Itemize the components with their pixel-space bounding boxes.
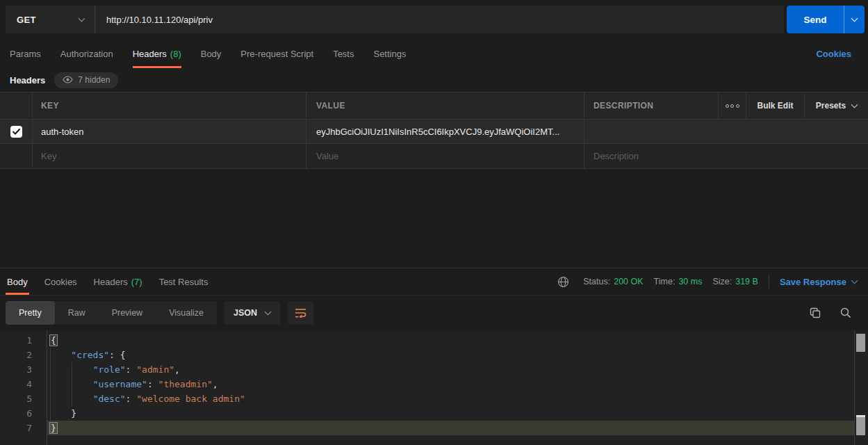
method-label: GET [17,15,36,25]
new-value-input[interactable]: Value [316,151,338,161]
code-lines: { "creds": { "role": "admin", "username"… [47,333,854,435]
view-mode-preview[interactable]: Preview [99,301,156,325]
hidden-headers-label: 7 hidden [78,75,110,85]
code-line: "username": "theadmin", [47,377,854,391]
chevron-down-icon [851,277,858,284]
line-number: 6 [0,406,47,421]
tab-body[interactable]: Body [201,39,222,68]
new-description-input[interactable]: Description [593,151,639,161]
chevron-down-icon [265,309,272,316]
divider [769,275,769,289]
tab-params[interactable]: Params [10,39,41,68]
response-headers-count-badge: (7) [131,277,142,287]
line-number: 3 [0,362,47,377]
copy-response-button[interactable] [810,307,821,318]
send-label: Send [787,6,844,33]
new-header-row: Key Value Description [0,144,868,169]
new-key-input[interactable]: Key [41,151,56,161]
presets-dropdown[interactable]: Presets [816,101,857,111]
tab-headers[interactable]: Headers (8) [133,39,181,68]
copy-icon [810,307,821,318]
more-options-icon[interactable] [726,104,739,108]
code-line: "role": "admin", [47,362,854,377]
scrollbar-track [854,330,855,445]
header-value-input[interactable]: eyJhbGciOiJIUzI1NiIsInR5cCI6IkpXVCJ9.eyJ… [316,127,559,137]
request-pane-empty-space [0,169,868,268]
table-header-row: KEY VALUE DESCRIPTION Bulk Edit Presets [0,92,868,120]
format-dropdown[interactable]: JSON [224,301,280,325]
hidden-headers-toggle[interactable]: 7 hidden [54,72,118,88]
tab-pre-request-script[interactable]: Pre-request Script [240,39,313,68]
line-number: 4 [0,377,47,391]
search-response-button[interactable] [840,307,851,318]
response-tab-cookies[interactable]: Cookies [43,268,79,295]
size-indicator: Size: 319 B [712,277,758,286]
response-tab-headers[interactable]: Headers (7) [92,268,144,295]
code-column: { "creds": { "role": "admin", "username"… [47,330,854,445]
tab-authorization[interactable]: Authorization [60,39,113,68]
response-meta: Status: 200 OK Time: 30 ms Size: 319 B S… [557,268,857,295]
view-mode-raw[interactable]: Raw [55,301,99,325]
view-mode-pretty[interactable]: Pretty [6,301,55,325]
line-number-gutter: 1234567 [0,330,47,445]
response-body-viewer[interactable]: 1234567 { "creds": { "role": "admin", "u… [0,330,868,445]
chevron-down-icon [851,102,858,108]
chevron-down-icon [851,15,858,22]
view-mode-visualize[interactable]: Visualize [156,301,217,325]
view-mode-switcher: Pretty Raw Preview Visualize [6,301,217,325]
code-line: "creds": { [47,348,854,362]
checkmark-icon [13,129,20,135]
tab-tests[interactable]: Tests [333,39,354,68]
request-url-bar: GET http://10.10.11.120/api/priv Send [0,0,868,39]
text-wrap-icon [295,308,306,318]
line-number: 5 [0,391,47,406]
chevron-down-icon [79,15,85,22]
response-tabs: Body Cookies Headers (7) Test Results St… [0,268,868,296]
size-value: 319 B [735,277,758,286]
column-header-value: VALUE [316,101,345,111]
line-number: 7 [0,421,47,435]
send-button[interactable]: Send [787,6,865,33]
save-response-button[interactable]: Save Response [780,277,857,287]
code-line: { [47,333,854,348]
row-checkbox-checked[interactable] [10,126,22,138]
response-tab-test-results[interactable]: Test Results [158,268,210,295]
tab-settings[interactable]: Settings [373,39,406,68]
url-value: http://10.10.11.120/api/priv [106,15,213,25]
url-input[interactable]: http://10.10.11.120/api/priv [95,6,784,33]
wrap-lines-button[interactable] [288,301,313,325]
column-header-key: KEY [41,101,59,111]
response-tab-body[interactable]: Body [6,268,29,295]
send-options-button[interactable] [844,6,865,33]
response-actions [810,307,851,318]
code-line: } [47,421,854,435]
indent-guide [50,348,51,421]
header-key-input[interactable]: auth-token [41,127,83,137]
header-row-auth-token: auth-token eyJhbGciOiJIUzI1NiIsInR5cCI6I… [0,120,868,144]
response-pane: Body Cookies Headers (7) Test Results St… [0,268,868,445]
status-value: 200 OK [614,277,643,286]
time-indicator: Time: 30 ms [654,277,703,286]
response-toolbar: Pretty Raw Preview Visualize JSON [0,296,868,330]
headers-section-header: Headers 7 hidden [0,68,868,92]
format-label: JSON [234,308,257,318]
cookies-link[interactable]: Cookies [816,39,851,68]
select-all-cell [0,92,32,119]
method-select[interactable]: GET [6,6,95,33]
headers-title: Headers [10,75,45,86]
column-header-description: DESCRIPTION [593,101,653,111]
headers-table: KEY VALUE DESCRIPTION Bulk Edit Presets … [0,92,868,169]
bulk-edit-button[interactable]: Bulk Edit [757,101,793,111]
search-icon [840,307,851,318]
status-indicator: Status: 200 OK [583,277,643,286]
request-bar: GET http://10.10.11.120/api/priv [6,6,784,33]
globe-icon [557,276,569,288]
headers-count-badge: (8) [170,49,181,59]
indent-guide [72,362,72,406]
scrollbar-thumb[interactable] [856,334,865,352]
line-number: 2 [0,348,47,362]
scrollbar-thumb[interactable] [856,415,865,435]
request-tabs: Params Authorization Headers (8) Body Pr… [0,39,868,68]
code-line: } [47,406,854,421]
line-number: 1 [0,333,47,348]
